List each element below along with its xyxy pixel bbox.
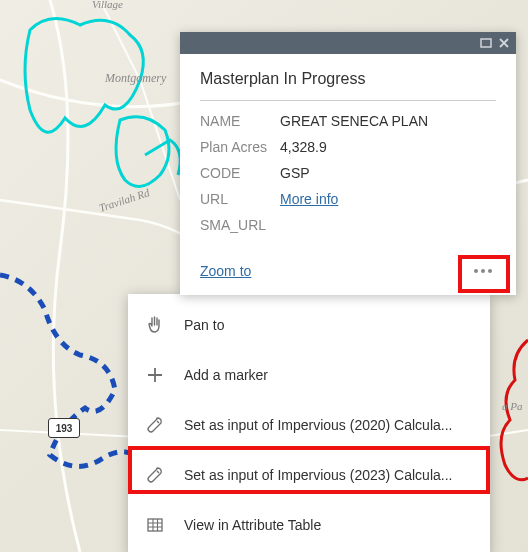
menu-item-label: Set as input of Impervious (2020) Calcul…	[184, 417, 474, 433]
wrench-icon	[144, 464, 166, 486]
popup-title: Masterplan In Progress	[200, 70, 496, 101]
menu-item-pan-to[interactable]: Pan to	[128, 300, 490, 350]
attr-value: GSP	[280, 165, 310, 181]
attr-value: 4,328.9	[280, 139, 327, 155]
attr-key: NAME	[200, 113, 280, 129]
more-info-link: More info	[280, 191, 338, 207]
attr-value: GREAT SENECA PLAN	[280, 113, 428, 129]
attr-row: NAME GREAT SENECA PLAN	[200, 113, 496, 129]
table-icon	[144, 514, 166, 536]
attr-value[interactable]: More info	[280, 191, 338, 207]
popup-titlebar	[180, 32, 516, 54]
attr-row: SMA_URL	[200, 217, 496, 233]
attr-key: Plan Acres	[200, 139, 280, 155]
menu-item-label: Add a marker	[184, 367, 474, 383]
svg-point-3	[488, 269, 492, 273]
menu-item-impervious-2020[interactable]: Set as input of Impervious (2020) Calcul…	[128, 400, 490, 450]
menu-item-label: Set as input of Impervious (2023) Calcul…	[184, 467, 474, 483]
menu-item-label: Pan to	[184, 317, 474, 333]
svg-rect-4	[148, 519, 162, 531]
map-label: Montgomery	[105, 71, 166, 86]
menu-item-impervious-2023[interactable]: Set as input of Impervious (2023) Calcul…	[128, 450, 490, 500]
maximize-icon[interactable]	[480, 37, 492, 49]
attribute-table: NAME GREAT SENECA PLAN Plan Acres 4,328.…	[200, 113, 496, 233]
map-label: Village	[92, 0, 123, 10]
attr-key: URL	[200, 191, 280, 207]
menu-item-add-marker[interactable]: Add a marker	[128, 350, 490, 400]
menu-item-view-table[interactable]: View in Attribute Table	[128, 500, 490, 550]
attr-key: CODE	[200, 165, 280, 181]
svg-point-1	[474, 269, 478, 273]
more-actions-button[interactable]	[464, 257, 502, 285]
ellipsis-icon	[473, 268, 493, 274]
svg-rect-0	[481, 39, 491, 47]
pan-icon	[144, 314, 166, 336]
attr-row: CODE GSP	[200, 165, 496, 181]
feature-popup: Masterplan In Progress NAME GREAT SENECA…	[180, 32, 516, 295]
map-label: a Pa	[502, 400, 522, 412]
close-icon[interactable]	[498, 37, 510, 49]
svg-point-2	[481, 269, 485, 273]
attr-key: SMA_URL	[200, 217, 280, 233]
highway-shield: 193	[48, 418, 80, 438]
menu-item-label: View in Attribute Table	[184, 517, 474, 533]
attr-row: URL More info	[200, 191, 496, 207]
wrench-icon	[144, 414, 166, 436]
zoom-to-link[interactable]: Zoom to	[200, 263, 251, 279]
context-menu: Pan to Add a marker Set as input of Impe…	[128, 294, 490, 552]
plus-icon	[144, 364, 166, 386]
attr-row: Plan Acres 4,328.9	[200, 139, 496, 155]
